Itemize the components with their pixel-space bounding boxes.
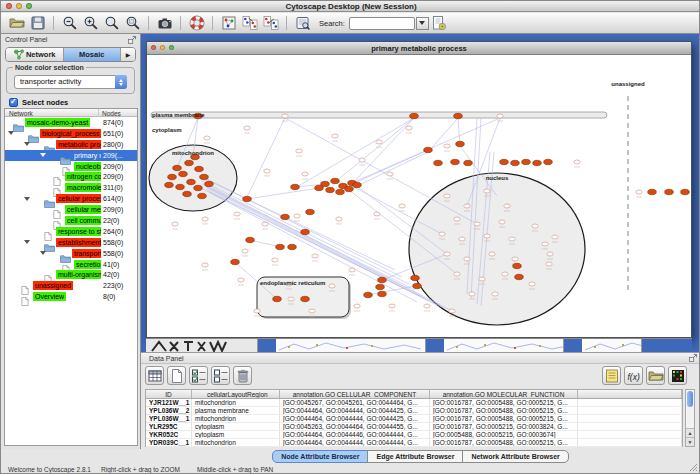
graph-node[interactable] bbox=[449, 309, 455, 313]
graph-node[interactable] bbox=[474, 222, 480, 226]
graph-node-selected[interactable] bbox=[513, 263, 522, 268]
graph-node[interactable] bbox=[499, 220, 505, 224]
float-panel-icon[interactable] bbox=[127, 35, 137, 45]
table-cell[interactable]: [GO:0016787, GO:0005488, GO:0005215, G..… bbox=[430, 415, 578, 422]
network-overview-icon[interactable] bbox=[219, 14, 238, 32]
graph-node[interactable] bbox=[202, 217, 208, 221]
graph-node-selected[interactable] bbox=[173, 165, 182, 170]
graph-node[interactable] bbox=[282, 114, 288, 118]
tree-row[interactable]: secretion41(0) bbox=[5, 259, 137, 270]
graph-node[interactable] bbox=[484, 189, 490, 193]
table-cell[interactable]: YDR039C__1 bbox=[146, 439, 192, 446]
graph-node[interactable] bbox=[492, 292, 498, 296]
graph-node-selected[interactable] bbox=[434, 160, 443, 165]
scroll-down-button[interactable]: ▼ bbox=[686, 437, 694, 446]
graph-node[interactable] bbox=[464, 257, 470, 261]
column-divider[interactable] bbox=[98, 109, 99, 117]
import-table-icon[interactable] bbox=[646, 366, 665, 385]
graph-node[interactable] bbox=[574, 160, 580, 164]
notes-icon[interactable] bbox=[602, 366, 621, 385]
float-panel-icon[interactable] bbox=[688, 353, 698, 363]
table-cell[interactable]: mitochondrion bbox=[192, 439, 280, 446]
open-icon[interactable] bbox=[7, 14, 26, 32]
graph-node[interactable] bbox=[406, 126, 412, 130]
column-header[interactable]: _cellularLayoutRegion bbox=[192, 390, 280, 398]
column-header[interactable]: annotation.GO CELLULAR_COMPONENT bbox=[280, 390, 430, 398]
graph-node-selected[interactable] bbox=[200, 174, 209, 179]
table-cell[interactable]: plasma membrane bbox=[192, 407, 280, 414]
graph-node-selected[interactable] bbox=[336, 189, 345, 194]
graph-node-selected[interactable] bbox=[345, 186, 354, 191]
network-graph[interactable]: plasma membranecytoplasmmitochondrionnuc… bbox=[147, 56, 691, 339]
graph-node-selected[interactable] bbox=[306, 209, 315, 214]
graph-node[interactable] bbox=[424, 304, 430, 308]
graph-node[interactable] bbox=[244, 126, 250, 130]
table-row[interactable]: YLR295Ccytoplasm[GO:0045263, GO:0044464,… bbox=[146, 423, 682, 431]
graph-node-selected[interactable] bbox=[195, 166, 204, 171]
graph-node[interactable] bbox=[336, 217, 342, 221]
graph-node-selected[interactable] bbox=[281, 214, 290, 219]
graph-node[interactable] bbox=[512, 257, 518, 261]
table-cell[interactable]: [GO:0044464, GO:0044444, GO:0044425, G..… bbox=[280, 407, 430, 414]
attribute-grid-icon[interactable] bbox=[145, 366, 164, 385]
graph-node[interactable] bbox=[354, 304, 360, 308]
tab-network[interactable]: Network bbox=[6, 48, 64, 61]
graph-node-selected[interactable] bbox=[522, 159, 531, 164]
tab-node-attribute-browser[interactable]: Node Attribute Browser bbox=[272, 450, 368, 463]
tree-row[interactable]: multi-organism pro42(0) bbox=[5, 269, 137, 280]
graph-node-selected[interactable] bbox=[243, 196, 252, 201]
graph-node[interactable] bbox=[312, 254, 318, 258]
graph-node[interactable] bbox=[509, 237, 515, 241]
graph-node[interactable] bbox=[332, 134, 338, 138]
expander-icon[interactable] bbox=[24, 197, 30, 201]
graph-node-selected[interactable] bbox=[410, 113, 419, 118]
table-cell[interactable]: YKR052C bbox=[146, 431, 192, 438]
expander-icon[interactable] bbox=[24, 142, 30, 146]
help-icon[interactable] bbox=[187, 14, 206, 32]
formula-icon[interactable]: f(x) bbox=[624, 366, 643, 385]
graph-node[interactable] bbox=[238, 278, 244, 282]
graph-node[interactable] bbox=[546, 262, 552, 266]
zoom-selected-icon[interactable] bbox=[123, 14, 142, 32]
graph-node[interactable] bbox=[294, 214, 300, 218]
search-dropdown-button[interactable] bbox=[416, 17, 429, 30]
tree-row[interactable]: primary metabo209(... bbox=[5, 150, 137, 161]
graph-node[interactable] bbox=[272, 258, 278, 262]
tab-edge-attribute-browser[interactable]: Edge Attribute Browser bbox=[367, 450, 463, 463]
tree-row[interactable]: cell communicat22(0) bbox=[5, 215, 137, 226]
table-cell[interactable]: [GO:0044464, GO:0044444, GO:0044425, G..… bbox=[280, 415, 430, 422]
graph-node-selected[interactable] bbox=[464, 160, 473, 165]
expander-icon[interactable] bbox=[24, 240, 30, 244]
graph-node[interactable] bbox=[296, 149, 302, 153]
table-cell[interactable]: YJR121W__1 bbox=[146, 399, 192, 406]
graph-node[interactable] bbox=[547, 252, 553, 256]
network-view-window[interactable]: primary metabolic process plasma membran… bbox=[146, 41, 692, 338]
graph-node-selected[interactable] bbox=[165, 182, 174, 187]
expander-icon[interactable] bbox=[40, 251, 46, 255]
tree-row[interactable]: mosaic-demo-yeast874(0) bbox=[5, 117, 137, 128]
graph-node-selected[interactable] bbox=[378, 277, 387, 282]
attribute-select-icon[interactable] bbox=[189, 366, 208, 385]
search-settings-icon[interactable] bbox=[293, 14, 312, 32]
graph-node[interactable] bbox=[454, 217, 460, 221]
graph-node-selected[interactable] bbox=[326, 187, 335, 192]
scroll-up-button[interactable]: ▲ bbox=[686, 428, 694, 437]
graph-node-selected[interactable] bbox=[301, 229, 310, 234]
tab-mosaic[interactable]: Mosaic bbox=[64, 48, 122, 61]
table-cell[interactable]: [GO:0045263, GO:0044464, GO:0044455, G..… bbox=[280, 423, 430, 430]
graph-node-selected[interactable] bbox=[246, 237, 255, 242]
color-matrix-icon[interactable] bbox=[668, 366, 687, 385]
graph-node-selected[interactable] bbox=[276, 244, 285, 249]
table-cell[interactable]: mitochondrion bbox=[192, 399, 280, 406]
graph-node-selected[interactable] bbox=[364, 292, 373, 297]
graph-node-selected[interactable] bbox=[424, 147, 433, 152]
table-scrollbar[interactable]: ▲ ▼ bbox=[685, 389, 695, 447]
tree-row[interactable]: biological_process651(0) bbox=[5, 128, 137, 139]
graph-node-selected[interactable] bbox=[176, 184, 185, 189]
graph-node[interactable] bbox=[444, 144, 450, 148]
expander-icon[interactable] bbox=[40, 153, 46, 157]
graph-node-selected[interactable] bbox=[315, 185, 324, 190]
graph-node-selected[interactable] bbox=[288, 244, 297, 249]
graph-node-selected[interactable] bbox=[376, 284, 385, 289]
graph-node-selected[interactable] bbox=[533, 160, 542, 165]
